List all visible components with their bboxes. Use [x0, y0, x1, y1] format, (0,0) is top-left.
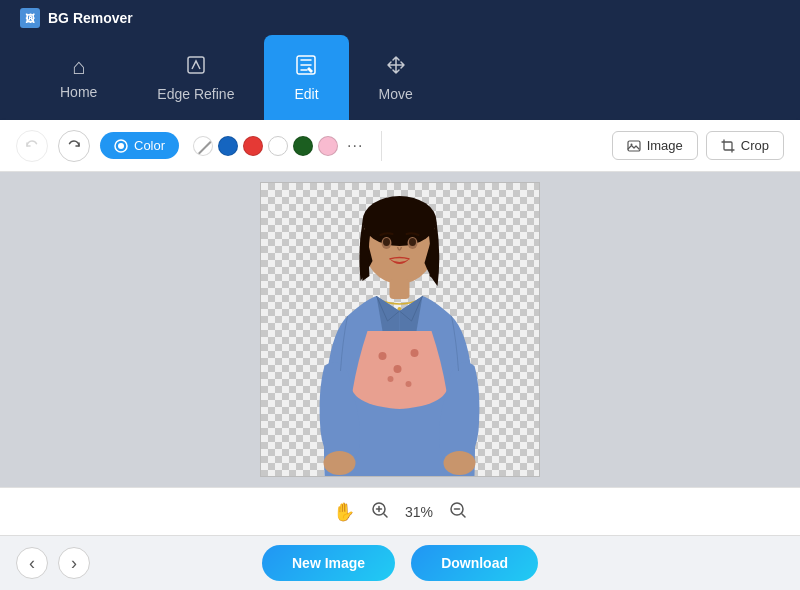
svg-point-19 [406, 381, 412, 387]
svg-point-3 [118, 143, 124, 149]
nav-bar: 🖼 BG Remover ⌂ Home Edge Refine [0, 0, 800, 120]
action-nav: ‹ › [16, 547, 90, 579]
tab-edit-label: Edit [294, 86, 318, 102]
swatch-pink[interactable] [318, 136, 338, 156]
color-button[interactable]: Color [100, 132, 179, 159]
svg-point-18 [388, 376, 394, 382]
download-button[interactable]: Download [411, 545, 538, 581]
app-title-text: BG Remover [48, 10, 133, 26]
prev-icon: ‹ [29, 553, 35, 574]
more-colors-button[interactable]: ··· [343, 133, 367, 159]
person-image [303, 191, 498, 476]
nav-tabs: ⌂ Home Edge Refine Edit [20, 0, 780, 120]
redo-button[interactable] [58, 130, 90, 162]
tab-move[interactable]: Move [349, 35, 443, 120]
zoom-bar: ✋ 31% [0, 487, 800, 535]
swatch-white[interactable] [268, 136, 288, 156]
toolbar-separator [381, 131, 382, 161]
action-buttons: New Image Download [262, 545, 538, 581]
zoom-in-icon[interactable] [371, 501, 389, 523]
image-canvas [260, 182, 540, 477]
tab-edit[interactable]: Edit [264, 35, 348, 120]
swatch-slash[interactable] [193, 136, 213, 156]
hand-tool-icon[interactable]: ✋ [333, 501, 355, 523]
undo-button[interactable] [16, 130, 48, 162]
toolbar-right: Image Crop [612, 131, 784, 160]
zoom-value: 31% [405, 504, 433, 520]
edge-refine-icon [185, 54, 207, 80]
move-icon [385, 54, 407, 80]
tab-move-label: Move [379, 86, 413, 102]
next-button[interactable]: › [58, 547, 90, 579]
app-title: 🖼 BG Remover [20, 8, 133, 28]
edit-icon [295, 54, 317, 80]
action-bar-inner: ‹ › New Image Download [0, 545, 800, 581]
next-icon: › [71, 553, 77, 574]
new-image-button[interactable]: New Image [262, 545, 395, 581]
tab-edge-refine[interactable]: Edge Refine [127, 35, 264, 120]
svg-point-21 [444, 451, 476, 475]
color-button-label: Color [134, 138, 165, 153]
svg-point-15 [379, 352, 387, 360]
swatch-red[interactable] [243, 136, 263, 156]
svg-rect-13 [390, 279, 410, 299]
svg-rect-4 [628, 141, 640, 151]
prev-button[interactable]: ‹ [16, 547, 48, 579]
swatch-darkgreen[interactable] [293, 136, 313, 156]
crop-button[interactable]: Crop [706, 131, 784, 160]
color-swatches: ··· [193, 133, 367, 159]
swatch-blue[interactable] [218, 136, 238, 156]
canvas-area [0, 172, 800, 487]
image-button-label: Image [647, 138, 683, 153]
crop-button-label: Crop [741, 138, 769, 153]
image-button[interactable]: Image [612, 131, 698, 160]
svg-point-17 [411, 349, 419, 357]
app-icon: 🖼 [20, 8, 40, 28]
svg-point-11 [383, 238, 390, 246]
zoom-out-icon[interactable] [449, 501, 467, 523]
home-icon: ⌂ [72, 56, 85, 78]
svg-point-20 [324, 451, 356, 475]
tab-edge-refine-label: Edge Refine [157, 86, 234, 102]
tab-home-label: Home [60, 84, 97, 100]
svg-point-12 [409, 238, 416, 246]
svg-point-8 [363, 196, 437, 246]
toolbar: Color ··· Image Crop [0, 120, 800, 172]
tab-home[interactable]: ⌂ Home [30, 35, 127, 120]
svg-point-16 [394, 365, 402, 373]
action-bar: ‹ › New Image Download [0, 535, 800, 590]
